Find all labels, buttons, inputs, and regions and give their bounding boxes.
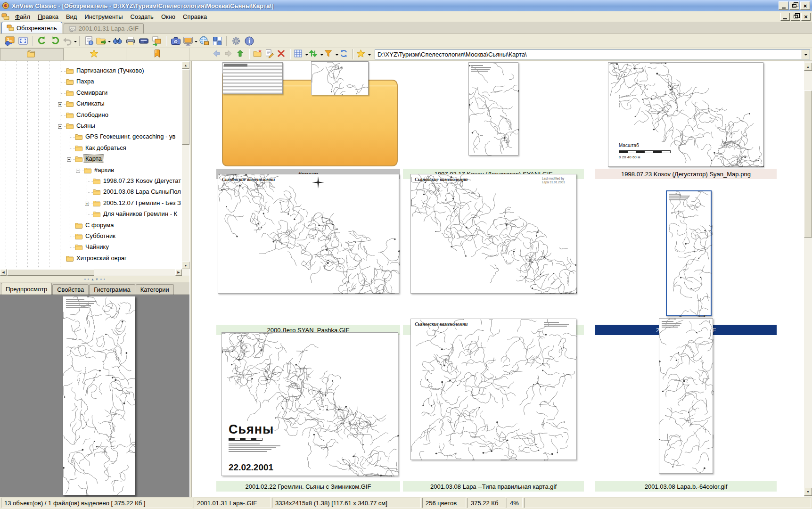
image-thumbnail[interactable] [659,318,713,474]
mdi-minimize-button[interactable] [780,13,790,21]
settings-button[interactable] [230,35,243,47]
pane-tab-folders[interactable] [0,48,64,60]
minimize-button[interactable] [779,1,788,10]
forward-button[interactable] [223,49,235,60]
tree-item[interactable]: −#архив [0,165,182,176]
image-thumbnail[interactable]: Масштаб0 20 40 60 м [608,62,763,167]
back-button[interactable] [211,49,223,60]
search-button[interactable] [111,35,124,47]
close-button[interactable]: × [800,1,810,10]
tree-item[interactable]: Семивраги [0,88,182,99]
scroll-down-button[interactable]: ▼ [182,262,189,269]
tab-histogram[interactable]: Гистограмма [89,284,135,295]
open-with-button[interactable] [96,35,111,47]
rotate-right-button[interactable] [49,35,62,47]
undo-button[interactable] [62,35,77,47]
address-input[interactable] [375,50,802,59]
image-thumbnail[interactable]: Сьяновские каменоломниLast modified by L… [410,174,576,294]
tree-item[interactable]: 1998.07.23 Kosov (Дегустат [0,176,182,187]
file-info-button[interactable] [82,35,96,47]
tree-hscroll-thumb[interactable] [7,269,94,276]
tree-item[interactable]: Хитровский овраг [0,254,182,264]
full-view-button[interactable] [16,35,30,47]
tree-item[interactable]: Партизанская (Тучково) [0,66,182,76]
tree-item[interactable]: Чайнику [0,242,182,253]
mdi-child-icon[interactable] [1,13,9,20]
tree-item[interactable]: −Сьяны [0,121,182,131]
web-button[interactable] [197,35,211,47]
tree-item[interactable]: +Силикаты [0,99,182,109]
filter-button[interactable] [323,49,338,60]
image-thumbnail[interactable]: Сьяновские каменоломни [218,174,399,294]
collapse-minus-icon[interactable]: − [58,124,62,129]
view-mode-button[interactable] [293,49,308,60]
tree-item[interactable]: GPS Геокешинг, geocaching - ув [0,132,182,142]
batch-convert-button[interactable] [211,35,224,47]
expand-plus-icon[interactable]: + [85,202,89,206]
browser-button[interactable] [3,35,16,47]
scroll-left-button[interactable]: ◀ [0,269,7,276]
image-thumbnail[interactable]: Сьяны22.02.2001 [221,332,398,476]
menu-Правка[interactable]: Правка [34,12,62,21]
address-dropdown-button[interactable] [802,50,810,59]
tree-item[interactable]: +2005.12.07 Гремлин - Без З [0,198,182,209]
sidebar-pane-tabs [0,48,189,61]
new-folder-button[interactable] [252,49,264,60]
tree-item-label: Семивраги [75,89,109,97]
scroll-up-button[interactable]: ▲ [804,63,812,71]
restore-button[interactable] [789,1,799,10]
folder-thumbnail[interactable] [220,61,400,168]
edit-button[interactable] [264,49,276,60]
expand-plus-icon[interactable]: + [58,102,62,107]
menu-Файл[interactable]: Файл [11,12,34,21]
preview-splitter[interactable]: ▲ ▼ [0,276,189,282]
pane-tab-bookmarks[interactable] [126,48,189,60]
rotate-left-button[interactable] [35,35,49,47]
scroll-down-button[interactable]: ▼ [804,488,812,496]
menu-Окно[interactable]: Окно [157,12,179,21]
image-thumbnail[interactable]: Сьяновские каменоломни [410,319,576,460]
capture-button[interactable] [169,35,182,47]
menu-Вид[interactable]: Вид [62,12,81,21]
scroll-up-button[interactable]: ▲ [182,61,189,69]
tree-item[interactable]: Для чайников Гремлин - К [0,209,182,220]
delete-button[interactable] [276,49,287,60]
print-button[interactable] [124,35,137,47]
tree-connector [60,259,66,259]
tree-item[interactable]: 2001.03.08 Lapa СьяныПол [0,187,182,197]
tab-preview[interactable]: Предпросмотр [1,283,52,295]
mdi-close-button[interactable]: × [801,13,811,21]
up-button[interactable] [235,49,246,60]
thumbs-vscroll-thumb[interactable] [804,90,812,238]
folder-icon [66,68,74,74]
slideshow-button[interactable] [150,35,164,47]
tab-browser[interactable]: Обозреватель [1,22,62,33]
refresh-button[interactable] [338,49,350,60]
mdi-restore-button[interactable] [791,13,800,21]
about-button[interactable] [243,35,256,47]
wallpaper-button[interactable] [182,35,197,47]
acquire-button[interactable] [137,35,150,47]
collapse-minus-icon[interactable]: − [76,169,80,173]
image-thumbnail[interactable] [468,62,518,156]
collapse-minus-icon[interactable]: − [67,157,71,162]
tree-vscroll-thumb[interactable] [182,69,189,145]
menu-Создать[interactable]: Создать [126,12,157,21]
tree-item[interactable]: Пахра [0,77,182,87]
tree-item[interactable]: Слободино [0,110,182,121]
thumbs-vscrollbar: ▲ ▼ [804,61,812,497]
tab-categories[interactable]: Категории [136,284,174,295]
menu-Инструменты[interactable]: Инструменты [81,12,126,21]
menu-Справка[interactable]: Справка [179,12,211,21]
sort-button[interactable] [308,49,323,60]
tree-item[interactable]: −Карта [0,154,182,164]
image-thumbnail[interactable] [666,190,712,316]
tree-item[interactable]: С форума [0,221,182,231]
tab-image[interactable]: 2001.01.31 Lapa-.GIF [64,23,144,33]
tab-properties[interactable]: Свойства [52,284,89,295]
favorites-button[interactable] [356,49,371,60]
tree-item[interactable]: Субботник [0,231,182,242]
scroll-right-button[interactable]: ▶ [175,269,182,276]
pane-tab-favorites[interactable] [64,48,127,60]
tree-item[interactable]: Как добраться [0,143,182,154]
